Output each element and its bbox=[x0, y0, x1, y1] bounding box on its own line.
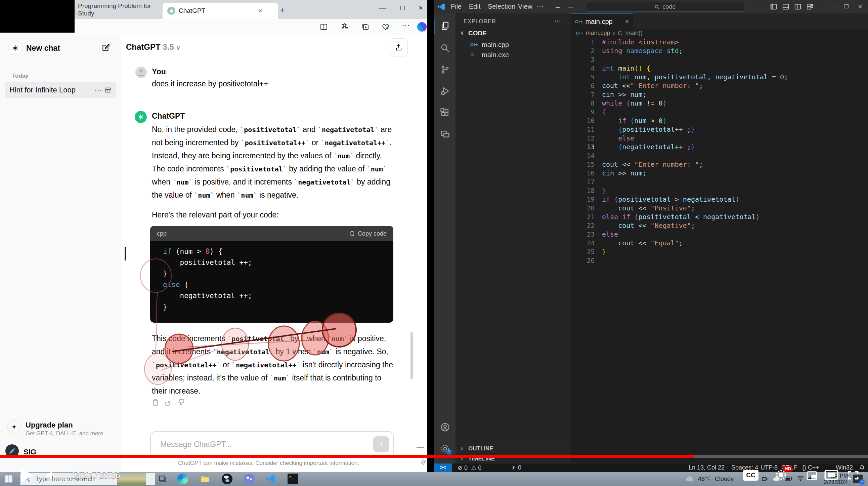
browser-tab-programming-problem[interactable]: Programming Problem for Study × bbox=[73, 3, 171, 17]
remote-indicator[interactable]: >< bbox=[434, 463, 452, 472]
source-control-icon[interactable] bbox=[440, 64, 450, 74]
task-view-icon[interactable] bbox=[158, 475, 166, 483]
breadcrumb-symbol[interactable]: main() bbox=[625, 30, 643, 37]
assistant-author: ChatGPT bbox=[152, 112, 185, 121]
menu-file[interactable]: File bbox=[451, 3, 462, 10]
vscode-maximize-button[interactable]: □ bbox=[844, 2, 848, 10]
text-cursor bbox=[826, 143, 826, 150]
command-search-box[interactable]: code bbox=[586, 2, 744, 12]
tray-wifi-icon[interactable] bbox=[797, 475, 804, 481]
thumbs-down-icon[interactable] bbox=[177, 399, 185, 407]
volume-icon[interactable] bbox=[45, 470, 58, 481]
copy-response-icon[interactable] bbox=[151, 399, 159, 407]
file-row-main-exe[interactable]: ≡ main.exe bbox=[456, 51, 571, 60]
extensions-icon[interactable] bbox=[440, 108, 450, 118]
tray-camera-icon[interactable] bbox=[761, 476, 768, 482]
remote-explorer-icon[interactable] bbox=[440, 129, 450, 139]
footer-gear-icon[interactable] bbox=[420, 458, 427, 466]
chatgpt-main: ChatGPT 3.5 ∨ You does it increase by po… bbox=[121, 35, 427, 472]
menu-edit[interactable]: Edit bbox=[469, 3, 480, 10]
taskbar-vscode-icon[interactable] bbox=[266, 474, 276, 484]
folder-row[interactable]: ∨ CODE bbox=[456, 29, 571, 39]
run-debug-icon[interactable] bbox=[440, 86, 450, 96]
browser-essentials-icon[interactable] bbox=[381, 23, 390, 31]
nav-forward-icon[interactable]: → bbox=[567, 2, 575, 11]
errors-indicator[interactable]: ⊘ 0 ⚠ 0 bbox=[458, 464, 482, 472]
split-screen-icon[interactable] bbox=[320, 23, 328, 31]
share-button[interactable] bbox=[390, 38, 408, 57]
captions-button[interactable]: CC bbox=[743, 470, 758, 481]
upgrade-plan-button[interactable]: Upgrade plan bbox=[26, 421, 73, 429]
weather-temperature[interactable]: 46°F bbox=[698, 476, 711, 483]
player-settings-icon[interactable]: HD bbox=[775, 468, 787, 481]
tab-main-cpp[interactable]: C++ main.cpp × bbox=[571, 13, 633, 29]
vscode-close-button[interactable]: × bbox=[858, 2, 862, 11]
browser-tab-chatgpt[interactable]: ChatGPT × bbox=[163, 3, 278, 19]
browser-menu-icon[interactable]: ⋯ bbox=[402, 21, 410, 30]
user-message-text: does it increase by positivetotal++ bbox=[152, 79, 268, 88]
explorer-more-icon[interactable]: ⋯ bbox=[554, 17, 561, 25]
favorites-bar-icon[interactable] bbox=[341, 23, 349, 31]
weather-condition[interactable]: Cloudy bbox=[715, 476, 734, 483]
menu-view[interactable]: View bbox=[518, 3, 532, 10]
browser-maximize-button[interactable]: □ bbox=[400, 3, 405, 12]
language-mode[interactable]: {} C++ bbox=[802, 464, 819, 471]
explorer-view-icon[interactable] bbox=[440, 21, 450, 31]
ports-indicator[interactable]: 0 bbox=[510, 464, 521, 471]
vscode-minimize-button[interactable]: — bbox=[830, 3, 836, 10]
settings-gear-icon[interactable]: 1 bbox=[440, 444, 450, 454]
model-title[interactable]: ChatGPT 3.5 ∨ bbox=[126, 42, 180, 52]
vscode-status-bar: >< ⊘ 0 ⚠ 0 0 Ln 13, Col 22 Spaces: 4 UTF… bbox=[434, 463, 868, 472]
tab-close-icon[interactable]: × bbox=[258, 7, 262, 15]
play-button[interactable] bbox=[21, 468, 33, 483]
miniplayer-icon[interactable] bbox=[806, 470, 817, 481]
taskbar-edge-icon[interactable] bbox=[177, 474, 188, 484]
tab-label: main.cpp bbox=[586, 18, 613, 26]
taskbar-terminal-icon[interactable]: >_ bbox=[287, 474, 298, 484]
archive-icon[interactable] bbox=[104, 86, 112, 94]
taskbar-app-icon-4[interactable] bbox=[244, 474, 255, 484]
theater-mode-icon[interactable] bbox=[824, 469, 838, 481]
file-row-main-cpp[interactable]: C++ main.cpp bbox=[456, 40, 571, 50]
video-progress-bar[interactable] bbox=[0, 455, 868, 458]
browser-minimize-button[interactable]: — bbox=[379, 4, 386, 13]
new-tab-button[interactable]: + bbox=[279, 5, 285, 16]
breadcrumb-file[interactable]: main.cpp bbox=[586, 30, 610, 37]
fullscreen-icon[interactable] bbox=[847, 470, 859, 481]
accounts-icon[interactable] bbox=[440, 422, 450, 432]
start-button[interactable] bbox=[4, 474, 13, 484]
message-composer[interactable]: ↑ bbox=[150, 431, 394, 457]
browser-close-button[interactable]: × bbox=[418, 4, 423, 12]
new-chat-button[interactable]: New chat bbox=[26, 44, 60, 53]
cursor-position[interactable]: Ln 13, Col 22 bbox=[689, 464, 724, 471]
search-highlight-image[interactable] bbox=[117, 473, 146, 485]
menu-selection[interactable]: Selection bbox=[488, 3, 515, 10]
notifications-bell-icon[interactable] bbox=[859, 464, 865, 470]
outline-panel-header[interactable]: › OUTLINE bbox=[456, 444, 571, 454]
toggle-panel-icon[interactable] bbox=[782, 3, 789, 10]
conversation-item[interactable]: Hint for Infinite Loop ⋯ bbox=[5, 82, 116, 98]
taskbar-app-icon-3[interactable] bbox=[222, 474, 232, 484]
code-block: cpp Copy code if (num > 0) { positivetot… bbox=[150, 226, 393, 323]
menu-more-icon[interactable]: ⋯ bbox=[537, 2, 544, 10]
search-view-icon[interactable] bbox=[440, 43, 450, 53]
compose-icon[interactable] bbox=[101, 43, 110, 52]
toggle-sidebar-icon[interactable] bbox=[770, 3, 777, 10]
taskbar-file-explorer-icon[interactable] bbox=[199, 474, 210, 484]
copilot-icon[interactable] bbox=[417, 22, 427, 32]
regenerate-icon[interactable]: ↺ bbox=[164, 399, 171, 409]
message-input[interactable] bbox=[160, 439, 373, 449]
breadcrumbs[interactable]: C++ main.cpp › main() bbox=[576, 30, 643, 37]
nav-back-icon[interactable]: ← bbox=[554, 2, 562, 11]
copy-code-button[interactable]: Copy code bbox=[349, 230, 386, 237]
chat-scrollbar[interactable] bbox=[410, 332, 413, 379]
conversation-options-icon[interactable]: ⋯ bbox=[95, 86, 101, 94]
split-editor-icon[interactable] bbox=[794, 3, 802, 10]
code-editor[interactable]: 1#include <iostream>2using namespace std… bbox=[571, 38, 868, 265]
weather-cloud-icon[interactable] bbox=[685, 475, 695, 482]
send-button[interactable]: ↑ bbox=[373, 436, 389, 452]
scroll-handle[interactable] bbox=[416, 447, 424, 448]
customize-layout-icon[interactable] bbox=[806, 3, 814, 10]
tab-close-icon[interactable]: × bbox=[625, 18, 629, 25]
collections-icon[interactable] bbox=[362, 23, 370, 31]
